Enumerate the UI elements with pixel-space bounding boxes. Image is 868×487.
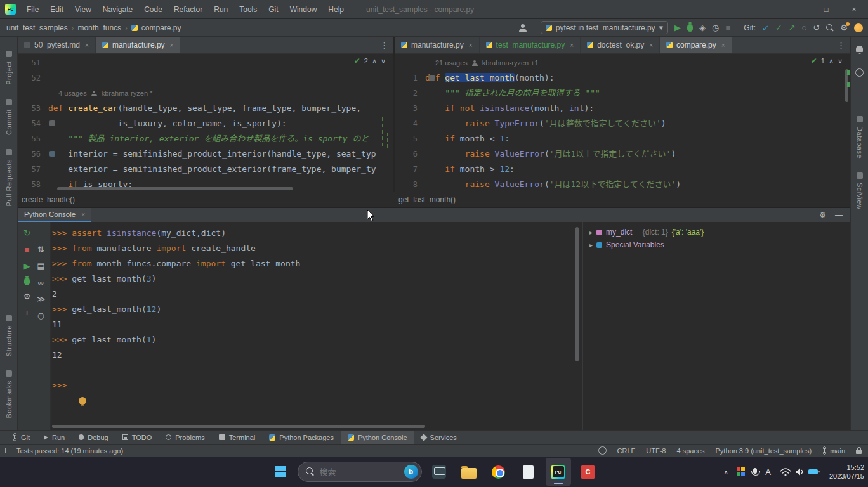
tree-chevron-icon[interactable]: ▸ [589,229,593,236]
tab-manufacture.py[interactable]: manufacture.py× [395,37,480,53]
search-everywhere-icon[interactable] [826,24,834,32]
run-button[interactable]: ▶ [674,23,681,32]
execute-icon[interactable]: ▶ [24,261,30,271]
horizontal-scrollbar[interactable] [57,187,293,190]
tab-options-icon[interactable]: ⋮ [832,41,850,50]
notifications-icon[interactable] [856,46,863,52]
taskbar-clock[interactable]: 15:52 2023/07/15 [829,463,864,481]
taskbar-app-notepad[interactable] [516,458,541,486]
stripe-pull-requests[interactable]: Pull Requests [5,149,13,206]
gutter-icon[interactable] [49,151,55,157]
tab-doctest_ok.py[interactable]: doctest_ok.py× [581,37,660,53]
intention-bulb-icon[interactable] [79,397,86,405]
author-hint[interactable]: kbrahma-ryzen * [102,89,153,97]
console-panel-settings-icon[interactable]: ⚙ [819,211,826,219]
stripe-bookmarks[interactable]: Bookmarks [5,370,13,419]
breadcrumb-item[interactable]: month_funcs [77,23,121,32]
toolwindow-debug[interactable]: Debug [72,431,115,444]
toolwindow-python-packages[interactable]: Python Packages [262,431,341,444]
console-tab[interactable]: Python Console × [18,208,91,222]
variable-row[interactable]: ▸my_dict = {dict: 1} {'a': 'aaa'} [583,226,850,238]
horizontal-scrollbar[interactable] [52,425,425,428]
inspections-widget[interactable]: ✔ 2 ∧ ∨ [354,56,386,65]
taskbar-search-input[interactable] [320,467,390,477]
menu-file[interactable]: File [21,0,44,19]
scroll-to-end-icon[interactable]: ≫ [37,294,46,304]
lock-icon[interactable] [856,450,862,454]
stripe-project[interactable]: Project [5,51,13,85]
menu-refactor[interactable]: Refactor [168,0,208,19]
menu-run[interactable]: Run [208,0,233,19]
menu-view[interactable]: View [69,0,97,19]
console-settings-icon[interactable]: ⚙ [23,292,31,302]
tab-close-icon[interactable]: × [721,42,725,49]
tab-close-icon[interactable]: × [469,42,473,49]
menu-navigate[interactable]: Navigate [97,0,138,19]
network-volume-battery-icons[interactable] [779,466,821,477]
breadcrumb-item[interactable]: compare.py [141,23,181,32]
stripe-sciview[interactable]: SciView [856,172,864,209]
copilot-status-icon[interactable] [598,446,607,455]
toolwindow-services[interactable]: Services [414,431,464,444]
git-push-button[interactable]: ↗ [789,23,796,32]
stripe-commit[interactable]: Commit [5,99,13,135]
right-editor[interactable]: 21 usageskbrahma-ryzen +11def get_last_m… [395,54,850,192]
close-button[interactable]: × [840,0,868,19]
toolwindow-terminal[interactable]: Terminal [212,431,263,444]
error-stripe-mark[interactable] [847,70,850,75]
profiler-button[interactable]: ◷ [712,23,719,32]
minimize-button[interactable]: – [784,0,812,19]
variables-view-icon[interactable]: ∞ [38,278,44,288]
new-console-icon[interactable]: + [25,308,30,318]
left-editor[interactable]: 51524 usageskbrahma-ryzen *53def create_… [18,54,393,192]
inspections-widget[interactable]: ✔ 1 ∧ ∨ [811,56,843,65]
hide-panel-icon[interactable]: — [835,211,843,219]
console-output[interactable]: >>> assert isinstance(my_dict,dict)>>> f… [51,222,582,430]
right-editor-context[interactable]: get_last_month() [398,195,456,204]
menu-window[interactable]: Window [284,0,323,19]
microphone-icon[interactable] [753,468,757,474]
menu-edit[interactable]: Edit [44,0,69,19]
taskbar-app-c[interactable]: C [575,458,601,486]
breadcrumb-item[interactable]: unit_test_samples [6,23,68,32]
toolwindow-problems[interactable]: Problems [159,431,211,444]
debug-button[interactable] [687,24,693,32]
tab-manufacture.py[interactable]: manufacture.py× [96,37,181,53]
prev-problem-icon[interactable]: ∧ [372,57,377,65]
tab-close-icon[interactable]: × [85,42,89,49]
tab-options-icon[interactable]: ⋮ [375,41,393,50]
menu-tools[interactable]: Tools [233,0,263,19]
user-icon[interactable] [518,23,527,32]
tab-close-icon[interactable]: × [81,211,85,218]
rerun-icon[interactable]: ↻ [23,228,30,238]
prev-problem-icon[interactable]: ∧ [829,57,834,65]
stop-icon[interactable]: ■ [25,245,30,255]
git-update-button[interactable]: ↙ [762,23,769,32]
stripe-database[interactable]: Database [856,116,864,159]
widgets-icon[interactable] [737,467,746,476]
taskbar-app-explorer[interactable] [456,458,482,486]
interpreter-indicator[interactable]: Python 3.9 (unit_test_samples) [716,447,812,455]
settings-gear-icon[interactable]: ⚙ [840,23,848,32]
attach-debugger-icon[interactable] [24,278,30,285]
toolwindow-todo[interactable]: TODO [115,431,159,444]
github-copilot-icon[interactable] [855,68,864,77]
usages-hint[interactable]: 21 usages [435,59,468,67]
rollback-button[interactable]: ↺ [813,23,820,32]
ime-indicator[interactable]: A [765,467,771,477]
line-ending-indicator[interactable]: CRLF [617,447,636,455]
tray-expand-icon[interactable]: ∧ [723,469,728,476]
copilot-icon[interactable] [854,23,863,32]
menu-code[interactable]: Code [138,0,168,19]
tab-50_pytest.md[interactable]: 50_pytest.md× [18,37,96,53]
tree-chevron-icon[interactable]: ▸ [589,242,593,249]
tab-close-icon[interactable]: × [649,42,653,49]
maximize-button[interactable]: □ [812,0,840,19]
indent-indicator[interactable]: 4 spaces [676,447,704,455]
git-commit-button[interactable]: ✓ [775,23,782,32]
taskbar-app-pycharm[interactable] [546,458,571,486]
author-hint[interactable]: kbrahma-ryzen +1 [482,59,539,67]
vertical-scrollbar[interactable] [575,227,579,361]
toolwindow-git[interactable]: Git [5,431,37,444]
left-editor-context[interactable]: create_handle() [22,195,75,204]
